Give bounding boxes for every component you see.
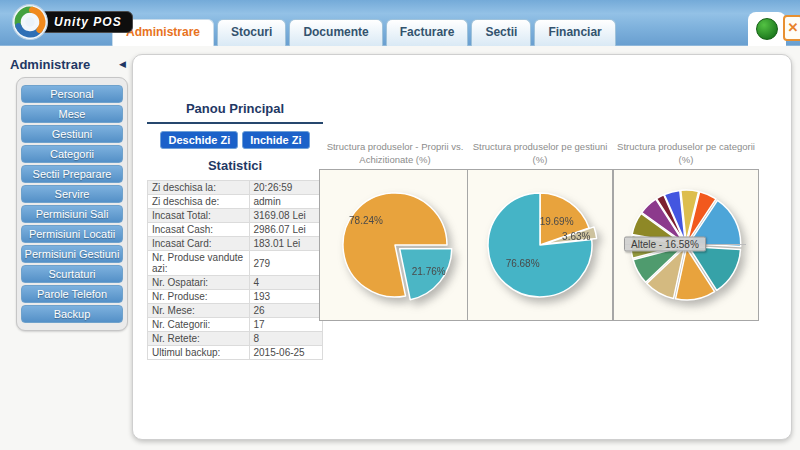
chart-title: Structura produselor - Proprii vs. Achiz… <box>319 139 471 169</box>
status-indicator[interactable] <box>756 18 778 40</box>
sidebar-item-permisiuni-sali[interactable]: Permisiuni Sali <box>21 205 123 223</box>
sidebar-item-permisiuni-locatii[interactable]: Permisiuni Locatii <box>21 225 123 243</box>
day-buttons: Deschide Zi Inchide Zi <box>147 131 323 149</box>
stat-value: 2015-06-25 <box>249 346 323 360</box>
tab-facturare[interactable]: Facturare <box>386 19 469 46</box>
stat-value: 3169.08 Lei <box>249 209 323 223</box>
open-day-button[interactable]: Deschide Zi <box>160 131 238 149</box>
chart-box: 21.76%78.24% <box>319 169 471 321</box>
pie-slice-label: 76.68% <box>506 258 540 269</box>
close-day-button[interactable]: Inchide Zi <box>242 131 309 149</box>
stats-row-nr-retete: Nr. Retete:8 <box>148 332 323 346</box>
stats-row-incasat-cash: Incasat Cash:2986.07 Lei <box>148 223 323 237</box>
stat-label: Incasat Cash: <box>148 223 250 237</box>
stats-title: Statistici <box>147 158 323 173</box>
stat-value: admin <box>249 195 323 209</box>
chart-title: Structura produselor pe categorii (%) <box>613 139 759 169</box>
main-panel: Panou Principal Deschide Zi Inchide Zi S… <box>132 54 792 440</box>
pie-slice-label: 3.63% <box>562 231 590 242</box>
sidebar-item-parole-telefon[interactable]: Parole Telefon <box>21 285 123 303</box>
stat-value: 183.01 Lei <box>249 237 323 251</box>
chart-cell-gestiuni: Structura produselor pe gestiuni (%) 19.… <box>467 139 613 321</box>
stats-row-nr-mese: Nr. Mese:26 <box>148 304 323 318</box>
pie-chart: 21.76%78.24% <box>327 175 463 315</box>
pie-slice-label: 19.69% <box>540 216 574 227</box>
tab-bar: AdministrareStocuriDocumenteFacturareSec… <box>112 19 616 46</box>
stats-row-nr-produse: Nr. Produse:193 <box>148 290 323 304</box>
sidebar-item-permisiuni-gestiuni[interactable]: Permisiuni Gestiuni <box>21 245 123 263</box>
stat-label: Nr. Produse: <box>148 290 250 304</box>
stat-label: Nr. Retete: <box>148 332 250 346</box>
chart-box: Altele - 16.58% <box>613 169 759 321</box>
sidebar-item-gestiuni[interactable]: Gestiuni <box>21 125 123 143</box>
stat-value: 4 <box>249 276 323 290</box>
status-tab <box>748 12 786 46</box>
stat-value: 17 <box>249 318 323 332</box>
tab-stocuri[interactable]: Stocuri <box>217 19 286 46</box>
stat-label: Ultimul backup: <box>148 346 250 360</box>
stat-value: 279 <box>249 251 323 276</box>
panel-title: Panou Principal <box>147 101 323 116</box>
stat-label: Zi deschisa la: <box>148 181 250 195</box>
sidebar-item-categorii[interactable]: Categorii <box>21 145 123 163</box>
app-header: Unity POS AdministrareStocuriDocumenteFa… <box>0 0 800 46</box>
stat-label: Incasat Card: <box>148 237 250 251</box>
chart-cell-categorii: Structura produselor pe categorii (%) Al… <box>613 139 759 321</box>
title-divider <box>147 122 323 124</box>
stat-label: Nr. Mese: <box>148 304 250 318</box>
unity-pos-logo-icon <box>12 4 48 40</box>
sidebar-item-sectii-preparare[interactable]: Sectii Preparare <box>21 165 123 183</box>
sidebar-menu: PersonalMeseGestiuniCategoriiSectii Prep… <box>16 77 128 331</box>
sidebar-item-servire[interactable]: Servire <box>21 185 123 203</box>
close-button[interactable]: ✕ <box>783 15 800 41</box>
sidebar-item-scurtaturi[interactable]: Scurtaturi <box>21 265 123 283</box>
stat-value: 8 <box>249 332 323 346</box>
stats-row-zi-deschisa-la: Zi deschisa la:20:26:59 <box>148 181 323 195</box>
stat-value: 193 <box>249 290 323 304</box>
sidebar-item-mese[interactable]: Mese <box>21 105 123 123</box>
pie-slice-label: 78.24% <box>349 215 383 226</box>
chart-tooltip: Altele - 16.58% <box>624 237 706 252</box>
sidebar-item-personal[interactable]: Personal <box>21 85 123 103</box>
stat-label: Incasat Total: <box>148 209 250 223</box>
sidebar-item-backup[interactable]: Backup <box>21 305 123 323</box>
stat-value: 26 <box>249 304 323 318</box>
stat-label: Nr. Produse vandute azi: <box>148 251 250 276</box>
stats-row-incasat-total: Incasat Total:3169.08 Lei <box>148 209 323 223</box>
stats-row-incasat-card: Incasat Card:183.01 Lei <box>148 237 323 251</box>
stats-row-nr-ospatari: Nr. Ospatari:4 <box>148 276 323 290</box>
stat-label: Zi deschisa de: <box>148 195 250 209</box>
stat-value: 20:26:59 <box>249 181 323 195</box>
chart-cell-proprii-vs-achizitionate: Structura produselor - Proprii vs. Achiz… <box>319 139 471 321</box>
tab-financiar[interactable]: Financiar <box>534 19 615 46</box>
sidebar-collapse-icon[interactable]: ◀ <box>119 59 126 69</box>
stats-row-nr-categorii: Nr. Categorii:17 <box>148 318 323 332</box>
chart-title: Structura produselor pe gestiuni (%) <box>467 139 613 169</box>
logo-text: Unity POS <box>39 11 133 33</box>
stats-row-nr-produse-vandute-azi: Nr. Produse vandute azi:279 <box>148 251 323 276</box>
stat-value: 2986.07 Lei <box>249 223 323 237</box>
chart-box: 19.69%3.63%76.68% <box>467 169 613 321</box>
stat-label: Nr. Categorii: <box>148 318 250 332</box>
tab-documente[interactable]: Documente <box>289 19 382 46</box>
stats-row-ultimul-backup: Ultimul backup:2015-06-25 <box>148 346 323 360</box>
stat-label: Nr. Ospatari: <box>148 276 250 290</box>
stats-table: Zi deschisa la:20:26:59Zi deschisa de:ad… <box>147 180 323 360</box>
sidebar-title: Administrare <box>10 57 90 72</box>
dashboard-left-column: Panou Principal Deschide Zi Inchide Zi S… <box>147 101 323 360</box>
tab-sectii[interactable]: Sectii <box>471 19 531 46</box>
pie-slice-label: 21.76% <box>412 266 446 277</box>
stats-row-zi-deschisa-de: Zi deschisa de:admin <box>148 195 323 209</box>
pie-chart: 19.69%3.63%76.68% <box>472 175 608 315</box>
